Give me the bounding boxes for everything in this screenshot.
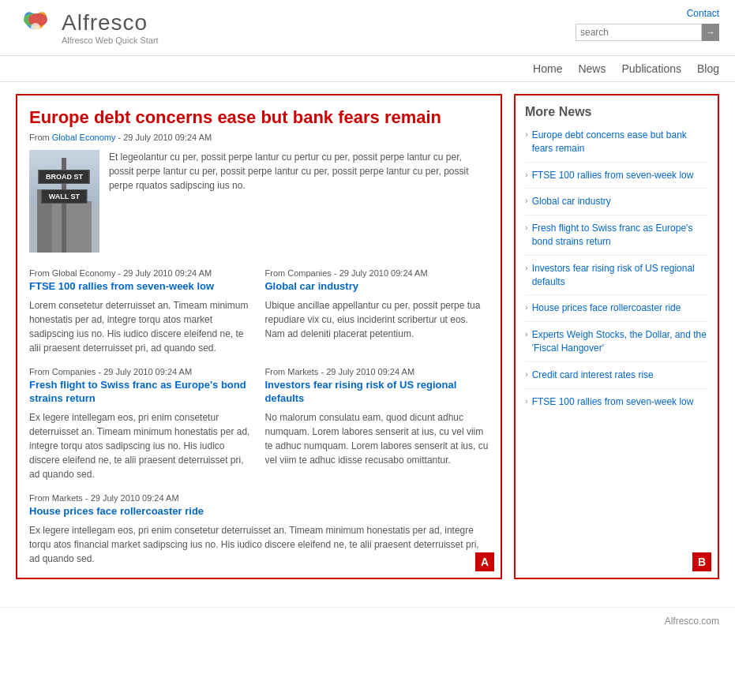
footer-label: Alfresco.com (665, 616, 719, 627)
article-global-car-category[interactable]: Companies (287, 268, 332, 278)
news-link-5[interactable]: House prices face rollercoaster ride (532, 301, 681, 315)
arrow-icon: › (525, 369, 528, 379)
news-link-8[interactable]: FTSE 100 rallies from seven-week low (532, 395, 694, 409)
article-investors-category[interactable]: Markets (287, 367, 318, 376)
featured-content: BROAD ST WALL ST Et legeolantur cu per, … (29, 150, 489, 253)
main-content: Europe debt concerns ease but bank fears… (0, 82, 735, 591)
article-house-body: Ex legere intellegam eos, pri enim conse… (29, 523, 489, 566)
news-link-1[interactable]: FTSE 100 rallies from seven-week low (532, 169, 694, 182)
nav-news[interactable]: News (578, 62, 606, 75)
news-link-6[interactable]: Experts Weigh Stocks, the Dollar, and th… (532, 328, 708, 355)
article-global-car-body: Ubique ancillae appellantur cu per, poss… (265, 298, 489, 341)
list-item: › House prices face rollercoaster ride (525, 301, 708, 322)
article-swiss-franc: From Companies - 29 July 2010 09:24 AM F… (29, 367, 253, 481)
list-item: › Investors fear rising risk of US regio… (525, 262, 708, 296)
article-investors-body: No malorum consulatu eam, quod dicunt ad… (265, 410, 489, 467)
footer: Alfresco.com (0, 607, 735, 634)
svg-point-4 (31, 23, 40, 32)
article-swiss-franc-category[interactable]: Companies (52, 367, 96, 376)
more-news-title: More News (525, 105, 708, 119)
article-house-title[interactable]: House prices face rollercoaster ride (29, 505, 489, 518)
article-ftse-title[interactable]: FTSE 100 rallies from seven-week low (29, 280, 253, 294)
arrow-icon: › (525, 196, 528, 205)
logo-tagline: Alfresco Web Quick Start (62, 36, 159, 45)
arrow-icon: › (525, 170, 528, 179)
search-area: → (576, 24, 719, 41)
arrow-icon: › (525, 302, 528, 312)
logo-name: Alfresco (62, 10, 159, 36)
list-item: › Credit card interest rates rise (525, 369, 708, 389)
article-house-meta: From Markets - 29 July 2010 09:24 AM (29, 493, 489, 503)
featured-date: - 29 July 2010 09:24 AM (118, 133, 212, 142)
featured-category-link[interactable]: Global Economy (52, 133, 116, 142)
article-global-car: From Companies - 29 July 2010 09:24 AM G… (265, 268, 489, 355)
news-list: › Europe debt concerns ease but bank fea… (525, 129, 708, 414)
list-item: › Fresh flight to Swiss franc as Europe'… (525, 222, 708, 256)
search-button[interactable]: → (702, 24, 719, 41)
featured-article: Europe debt concerns ease but bank fears… (29, 107, 489, 253)
section-a-badge: A (475, 552, 494, 571)
main-nav: Home News Publications Blog (0, 56, 735, 82)
header-right: Contact → (576, 8, 719, 41)
list-item: › FTSE 100 rallies from seven-week low (525, 395, 708, 415)
news-link-0[interactable]: Europe debt concerns ease but bank fears… (532, 129, 708, 155)
article-swiss-franc-title[interactable]: Fresh flight to Swiss franc as Europe's … (29, 379, 253, 406)
featured-article-title[interactable]: Europe debt concerns ease but bank fears… (29, 107, 489, 128)
article-swiss-franc-meta: From Companies - 29 July 2010 09:24 AM (29, 367, 253, 376)
featured-article-meta: From Global Economy - 29 July 2010 09:24… (29, 133, 489, 142)
wall-st-sign: WALL ST (42, 189, 87, 204)
nav-blog[interactable]: Blog (697, 62, 719, 75)
nav-home[interactable]: Home (533, 62, 562, 75)
broad-st-sign: BROAD ST (39, 170, 90, 184)
article-house-prices: From Markets - 29 July 2010 09:24 AM Hou… (29, 493, 489, 566)
header: Alfresco Alfresco Web Quick Start Contac… (0, 0, 735, 56)
contact-link[interactable]: Contact (687, 8, 719, 19)
arrow-icon: › (525, 329, 528, 339)
article-ftse-body: Lorem consetetur deterruisset an. Timeam… (29, 298, 253, 355)
arrow-icon: › (525, 396, 528, 406)
list-item: › Europe debt concerns ease but bank fea… (525, 129, 708, 163)
article-ftse: From Global Economy - 29 July 2010 09:24… (29, 268, 253, 355)
section-a: Europe debt concerns ease but bank fears… (16, 94, 502, 579)
logo-text-area: Alfresco Alfresco Web Quick Start (62, 10, 159, 45)
logo-icon (16, 8, 55, 47)
news-link-3[interactable]: Fresh flight to Swiss franc as Europe's … (532, 222, 708, 249)
article-investors: From Markets - 29 July 2010 09:24 AM Inv… (265, 367, 489, 481)
news-link-7[interactable]: Credit card interest rates rise (532, 369, 654, 382)
section-b-badge: B (692, 552, 711, 571)
arrow-icon: › (525, 223, 528, 232)
list-item: › FTSE 100 rallies from seven-week low (525, 169, 708, 189)
article-ftse-category[interactable]: Global Economy (52, 268, 116, 278)
section-b: More News › Europe debt concerns ease bu… (514, 94, 719, 579)
article-global-car-title[interactable]: Global car industry (265, 280, 489, 294)
search-input[interactable] (576, 24, 702, 41)
logo-area: Alfresco Alfresco Web Quick Start (16, 8, 159, 47)
news-link-4[interactable]: Investors fear rising risk of US regiona… (532, 262, 708, 289)
featured-image: BROAD ST WALL ST (29, 150, 99, 253)
article-grid: From Global Economy - 29 July 2010 09:24… (29, 268, 489, 481)
article-global-car-meta: From Companies - 29 July 2010 09:24 AM (265, 268, 489, 278)
list-item: › Global car industry (525, 195, 708, 215)
featured-article-body: Et legeolantur cu per, possit perpe lant… (109, 150, 489, 253)
nav-publications[interactable]: Publications (621, 62, 681, 75)
article-swiss-franc-body: Ex legere intellegam eos, pri enim conse… (29, 410, 253, 481)
arrow-icon: › (525, 263, 528, 272)
arrow-icon: › (525, 129, 528, 139)
news-link-2[interactable]: Global car industry (532, 195, 611, 208)
list-item: › Experts Weigh Stocks, the Dollar, and … (525, 328, 708, 362)
article-investors-title[interactable]: Investors fear rising risk of US regiona… (265, 379, 489, 406)
article-house-category[interactable]: Markets (52, 493, 83, 503)
article-investors-meta: From Markets - 29 July 2010 09:24 AM (265, 367, 489, 376)
article-ftse-meta: From Global Economy - 29 July 2010 09:24… (29, 268, 253, 278)
